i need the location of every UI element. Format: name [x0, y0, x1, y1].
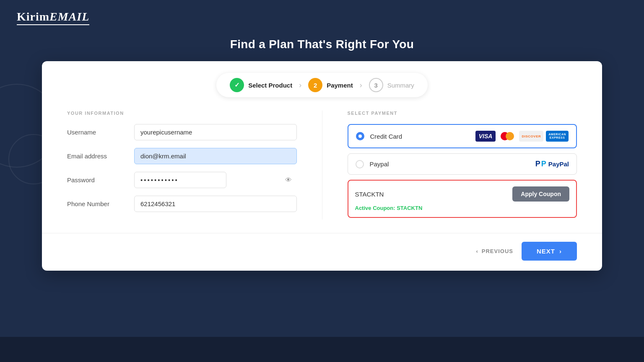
prev-label: PREVIOUS — [482, 248, 513, 254]
header: KirimEMAIL — [0, 0, 644, 25]
step-1-label: Select Product — [248, 82, 292, 89]
paypal-option[interactable]: Paypal PP PayPal — [348, 153, 577, 175]
credit-card-label: Credit Card — [370, 133, 470, 140]
select-payment-section: SELECT PAYMENT Credit Card VISA DISCOVER… — [322, 111, 577, 220]
password-input[interactable] — [134, 172, 226, 188]
credit-card-radio — [356, 132, 364, 140]
phone-label: Phone Number — [67, 200, 134, 207]
coupon-box: Apply Coupon Active Coupon: STACKTN — [348, 180, 577, 218]
step-1-circle: ✓ — [230, 78, 244, 92]
previous-button[interactable]: ‹ PREVIOUS — [476, 248, 513, 254]
prev-chevron-icon: ‹ — [476, 248, 478, 254]
step-3-circle: 3 — [369, 78, 383, 92]
username-row: Username — [67, 124, 297, 140]
page-title: Find a Plan That's Right For You — [0, 38, 644, 51]
phone-input[interactable] — [134, 196, 297, 212]
paypal-logo: PP PayPal — [535, 160, 569, 168]
card-body: YOUR INFORMATION Username Email address … — [42, 97, 602, 233]
your-information-section: YOUR INFORMATION Username Email address … — [67, 111, 322, 220]
eye-icon[interactable]: 👁 — [285, 176, 292, 184]
paypal-label: Paypal — [370, 160, 530, 168]
email-label: Email address — [67, 153, 134, 160]
paypal-radio — [356, 160, 364, 168]
next-label: NEXT — [537, 248, 555, 255]
page-title-wrap: Find a Plan That's Right For You — [0, 25, 644, 61]
bottom-strip — [0, 337, 644, 362]
card-footer: ‹ PREVIOUS NEXT › — [42, 233, 602, 269]
coupon-input[interactable] — [355, 191, 509, 198]
step-2[interactable]: 2 Payment — [308, 78, 353, 92]
password-wrap: 👁 — [134, 172, 297, 188]
credit-card-option[interactable]: Credit Card VISA DISCOVER AMERICAN EXPRE… — [348, 124, 577, 148]
logo: KirimEMAIL — [17, 10, 89, 25]
coupon-input-row: Apply Coupon — [355, 186, 570, 202]
step-2-label: Payment — [327, 82, 353, 89]
step-arrow-2: › — [360, 81, 362, 90]
apply-coupon-button[interactable]: Apply Coupon — [512, 186, 569, 202]
email-input[interactable] — [134, 148, 297, 164]
coupon-active-message: Active Coupon: STACKTN — [355, 205, 570, 211]
main-card: ✓ Select Product › 2 Payment › 3 Summary… — [42, 61, 602, 271]
mastercard-logo — [498, 131, 517, 142]
card-logos: VISA DISCOVER AMERICAN EXPRESS — [475, 131, 569, 142]
steps-wizard: ✓ Select Product › 2 Payment › 3 Summary — [42, 61, 602, 97]
select-payment-label: SELECT PAYMENT — [348, 111, 577, 116]
visa-logo: VISA — [475, 131, 496, 142]
step-1[interactable]: ✓ Select Product — [230, 78, 292, 92]
your-information-label: YOUR INFORMATION — [67, 111, 297, 116]
amex-logo: AMERICAN EXPRESS — [546, 131, 569, 142]
step-2-circle: 2 — [308, 78, 322, 92]
password-row: Password 👁 — [67, 172, 297, 188]
next-button[interactable]: NEXT › — [522, 242, 577, 261]
phone-row: Phone Number — [67, 196, 297, 212]
step-3[interactable]: 3 Summary — [369, 78, 414, 92]
next-chevron-icon: › — [559, 248, 562, 255]
discover-logo: DISCOVER — [519, 131, 543, 142]
step-arrow-1: › — [299, 81, 301, 90]
username-label: Username — [67, 129, 134, 136]
step-3-label: Summary — [387, 82, 414, 89]
password-label: Password — [67, 176, 134, 184]
email-row: Email address — [67, 148, 297, 164]
username-input[interactable] — [134, 124, 297, 140]
